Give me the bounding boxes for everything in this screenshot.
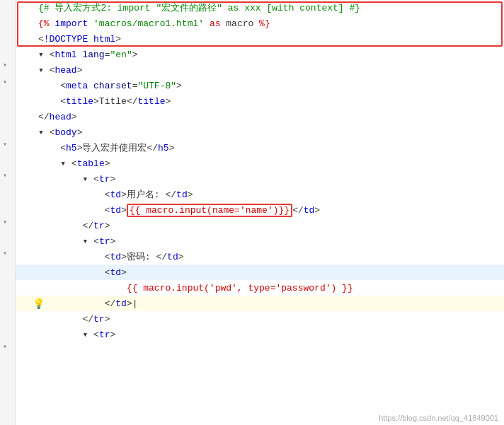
line-content-15: </tr>: [38, 221, 500, 231]
line-content-6: <meta charset="UTF-8">: [38, 81, 500, 91]
h5-tag: h5: [66, 143, 77, 153]
collapse-arrow-5[interactable]: ▾: [3, 218, 7, 226]
td-close-tag4: td: [115, 298, 127, 309]
title-close-gt: >: [166, 96, 171, 107]
tr-close-lt2: </: [82, 314, 93, 325]
td-tag3: td: [110, 252, 121, 262]
html-tag: html: [55, 50, 82, 60]
td-close-lt4: </: [105, 298, 116, 309]
title-lt: <: [60, 96, 66, 107]
td-gt1: >: [121, 190, 127, 200]
td-close-gt4: >|: [127, 298, 138, 309]
comment-text: {# 导入宏方式2: import "宏文件的路径" as xxx [with …: [38, 3, 360, 13]
line-tr-open3: ▾ <tr>: [16, 327, 504, 342]
tr-gt: >: [110, 174, 115, 185]
arr-html: ▾: [38, 50, 44, 60]
line-content-1: {# 导入宏方式2: import "宏文件的路径" as xxx [with …: [38, 1, 500, 14]
line-doctype: <!DOCTYPE html>: [16, 31, 504, 47]
line-content-2: {% import 'macros/macro1.html' as macro …: [38, 18, 500, 29]
html-lang-val: "en": [110, 50, 132, 60]
html-gt: >: [132, 50, 138, 60]
collapse-arrow-4[interactable]: ▾: [3, 171, 7, 180]
gutter: ▾ ▾ ▾ ▾ ▾ ▾ ▾: [0, 0, 16, 425]
collapse-arrow-3[interactable]: ▾: [3, 140, 7, 149]
html-eq: =: [105, 50, 110, 60]
tr3-tag: tr: [99, 330, 110, 340]
line-content-22: ▾ <tr>: [38, 329, 500, 340]
h5-close-gt: >: [169, 143, 175, 153]
head-tag: head: [55, 65, 76, 76]
td-pwd-text: 密码:: [127, 252, 156, 262]
line-head-close: </head>: [16, 109, 504, 124]
head-close-tag: head: [50, 112, 71, 122]
td-tag4: td: [110, 267, 121, 278]
td-username-text: 用户名:: [127, 190, 166, 200]
line-jinja-import: {% import 'macros/macro1.html' as macro …: [16, 16, 504, 31]
arr-tr: ▾: [82, 174, 88, 185]
html-lang-attr: lang: [82, 50, 104, 60]
title-tag: title: [66, 96, 93, 107]
collapse-arrow-6[interactable]: ▾: [3, 249, 7, 257]
td-gt4: >: [121, 267, 127, 278]
doctype-tag: !DOCTYPE: [44, 34, 93, 45]
h5-close-tag: h5: [158, 143, 169, 153]
line-content-10: <h5>导入宏并使用宏</h5>: [38, 141, 500, 154]
td-close-lt2: </: [292, 205, 304, 216]
line-tr-open: ▾ <tr>: [16, 171, 504, 187]
line-content-4: ▾ <html lang="en">: [38, 49, 500, 60]
line-macro-pwd: {{ macro.input('pwd', type='password') }…: [16, 280, 504, 296]
td-close-gt2: >: [314, 205, 320, 216]
tr2-tag: tr: [99, 236, 110, 247]
collapse-arrow-2[interactable]: ▾: [3, 78, 7, 86]
line-content-21: </tr>: [38, 314, 500, 325]
tr-close-gt2: >: [105, 314, 110, 325]
td-close-gt1: >: [188, 190, 193, 200]
arr-table: ▾: [60, 158, 66, 169]
tr3-lt: <: [93, 330, 99, 340]
doctype-html: html: [93, 34, 115, 45]
meta-tag: meta: [66, 81, 93, 91]
collapse-arrow-1[interactable]: ▾: [3, 62, 7, 69]
line-content-14: <td>{{ macro.input(name='name')}}</td>: [38, 205, 500, 216]
td-tag1: td: [110, 190, 121, 200]
collapse-arrow-7[interactable]: ▾: [3, 342, 7, 351]
td-close-tag3: td: [167, 252, 178, 262]
line-head-open: ▾ <head>: [16, 62, 504, 78]
macro-pwd-open: {{: [127, 283, 138, 293]
line-content-11: ▾ <table>: [38, 158, 500, 169]
macro-pwd-close: }}: [342, 283, 353, 293]
td-tag2: td: [110, 205, 121, 216]
line-title: <title>Title</title>: [16, 93, 504, 109]
line-content-16: ▾ <tr>: [38, 235, 500, 247]
line-comment: {# 导入宏方式2: import "宏文件的路径" as xxx [with …: [16, 0, 504, 16]
td-close-lt1: </: [165, 190, 176, 200]
doctype-lt: <: [38, 34, 44, 45]
line-td-close: 💡 </td>|: [16, 296, 504, 311]
arr-body: ▾: [38, 127, 44, 138]
line-content-13: <td>用户名: </td>: [38, 188, 500, 201]
line-content-19: {{ macro.input('pwd', type='password') }…: [38, 283, 500, 293]
line-html-open: ▾ <html lang="en">: [16, 47, 504, 62]
table-lt: <: [71, 158, 77, 169]
line-content-3: <!DOCTYPE html>: [38, 34, 500, 45]
td-close-gt3: >: [178, 252, 184, 262]
tr-close-gt: >: [105, 221, 110, 231]
body-tag: body: [55, 127, 76, 138]
macro-open-brace: {{: [130, 205, 141, 216]
tr-lt: <: [93, 174, 99, 185]
meta-charset-val: "UTF-8": [137, 81, 176, 91]
meta-lt: <: [60, 81, 66, 91]
code-content: {# 导入宏方式2: import "宏文件的路径" as xxx [with …: [16, 0, 504, 425]
meta-charset-attr: charset: [93, 81, 132, 91]
table-gt: >: [105, 158, 110, 169]
h5-close-lt: </: [147, 143, 158, 153]
line-tr-open2: ▾ <tr>: [16, 233, 504, 249]
tr-close-tag2: tr: [93, 314, 105, 325]
arr-tr3: ▾: [82, 330, 88, 340]
tr3-gt: >: [110, 330, 115, 340]
title-content: Title: [99, 96, 127, 107]
jinja-block-start: {%: [38, 18, 50, 29]
line-td-pwd: <td>密码: </td>: [16, 249, 504, 264]
meta-gt: >: [176, 81, 182, 91]
line-content-7: <title>Title</title>: [38, 96, 500, 107]
